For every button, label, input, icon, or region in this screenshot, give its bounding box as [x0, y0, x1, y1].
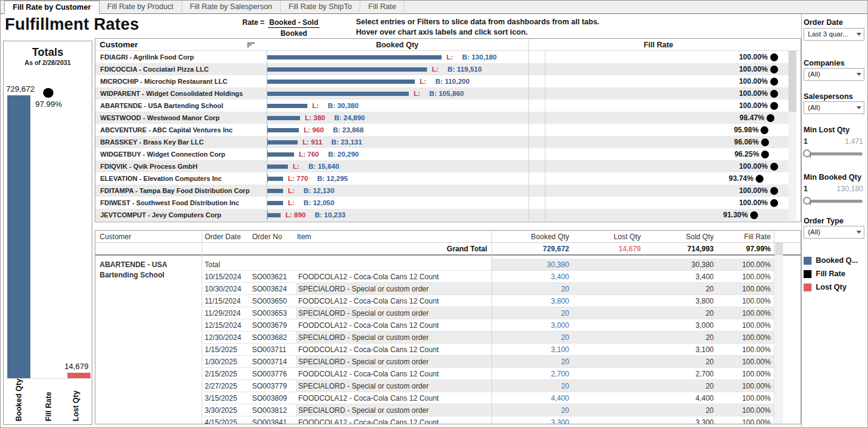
- order-date-dropdown[interactable]: Last 3 quar...: [804, 28, 864, 41]
- booked-bar[interactable]: [267, 213, 281, 217]
- fill-rate-dot[interactable]: [770, 78, 778, 86]
- fill-rate-dot[interactable]: [770, 90, 778, 98]
- customer-row[interactable]: FDIAGRI - Agrilink Food CorpL:B: 130,180…: [95, 51, 790, 63]
- booked-qty-cell: L:B: 105,860: [267, 87, 528, 100]
- customer-label: WIDPARENT - Widget Consolidated Holdings: [95, 87, 267, 100]
- tab-fill-rate-by-customer[interactable]: Fill Rate by Customer: [4, 1, 100, 14]
- grand-total-sold: 714,993: [659, 245, 714, 253]
- sort-icon[interactable]: [247, 42, 255, 48]
- tab-fill-rate-by-product[interactable]: Fill Rate by Product: [100, 1, 182, 14]
- customer-label: FDIQVIK - Qvik Process GmbH: [95, 160, 267, 172]
- booked-bar[interactable]: [267, 55, 442, 59]
- slider-handle[interactable]: [803, 149, 811, 157]
- min-lost-qty-slider[interactable]: [804, 149, 863, 158]
- booked-qty-column-header[interactable]: Booked Qty: [327, 41, 467, 49]
- chart-scrollbar[interactable]: [788, 51, 796, 221]
- min-booked-qty-filter-label: Min Booked Qty: [804, 173, 861, 182]
- booked-bar[interactable]: [267, 165, 288, 169]
- order-type-dropdown[interactable]: (All): [804, 226, 864, 239]
- booked-bar[interactable]: [267, 189, 283, 193]
- tab-fill-rate-by-salesperson[interactable]: Fill Rate by Salesperson: [182, 1, 281, 14]
- booked-bar[interactable]: [267, 152, 294, 157]
- order-row[interactable]: 4/15/2025SO003841FOODCOLA12 - Coca-Cola …: [203, 416, 774, 424]
- fill-rate-dot[interactable]: [756, 175, 764, 183]
- order-row[interactable]: 2/15/2025SO003776FOODCOLA12 - Coca-Cola …: [203, 368, 774, 380]
- companies-dropdown[interactable]: (All): [804, 68, 864, 81]
- booked-bar[interactable]: [267, 177, 283, 181]
- fill-rate-dot[interactable]: [761, 151, 769, 158]
- fill-rate-value: 100.00%: [716, 370, 771, 378]
- order-row[interactable]: 11/29/2024SO003653SPECIALORD - Special o…: [203, 307, 774, 319]
- booked-qty-value: 3,000: [514, 321, 569, 330]
- order-row[interactable]: 2/27/2025SO003779SPECIALORD - Special or…: [203, 380, 774, 392]
- fill-rate-dot[interactable]: [750, 211, 758, 219]
- sold-qty-value: 3,100: [659, 345, 714, 354]
- customer-row[interactable]: WESTWOOD - Westwood Manor CorpL: 380B: 2…: [95, 112, 790, 124]
- booked-bar[interactable]: [267, 140, 298, 144]
- customer-row[interactable]: FDICOCCIA - Cocciatari Pizza LLCL:B: 119…: [95, 63, 790, 75]
- tab-fill-rate-by-shipto[interactable]: Fill Rate by ShipTo: [281, 1, 360, 14]
- order-no: SO003776: [252, 370, 287, 378]
- booked-bar[interactable]: [267, 80, 415, 84]
- slider-handle[interactable]: [803, 197, 811, 205]
- totals-fill-rate-dot[interactable]: [43, 88, 53, 98]
- order-row[interactable]: 11/15/2024SO003650FOODCOLA12 - Coca-Cola…: [203, 295, 774, 307]
- slider-track[interactable]: [804, 200, 863, 203]
- booked-bar[interactable]: [267, 92, 409, 96]
- order-row[interactable]: 10/15/2024SO003621FOODCOLA12 - Coca-Cola…: [203, 271, 774, 283]
- booked-bar[interactable]: [267, 116, 300, 120]
- order-row[interactable]: 1/30/2025SO003714SPECIALORD - Special or…: [203, 356, 774, 368]
- customer-row[interactable]: ABCVENTURE - ABC Capital Ventures IncL: …: [95, 124, 790, 136]
- customer-row[interactable]: MICROCHIP - Microchip Restaurant LLCL:B:…: [95, 75, 790, 87]
- customer-row[interactable]: WIDGETBUY - Widget Connection CorpL: 760…: [95, 148, 790, 160]
- customer-row[interactable]: FDIQVIK - Qvik Process GmbHL:B: 15,64010…: [95, 160, 790, 172]
- fill-rate-dot[interactable]: [770, 102, 778, 110]
- lost-qty-label: L:: [414, 90, 420, 97]
- group-total-row[interactable]: Total30,38030,380100.00%: [203, 259, 774, 271]
- order-row[interactable]: 12/30/2024SO003682SPECIALORD - Special o…: [203, 331, 774, 344]
- booked-bar[interactable]: [267, 67, 427, 72]
- order-row[interactable]: 12/15/2024SO003679FOODCOLA12 - Coca-Cola…: [203, 319, 774, 331]
- totals-booked-bar[interactable]: [7, 95, 30, 378]
- fill-rate-dot[interactable]: [760, 126, 768, 134]
- fill-rate-dot[interactable]: [770, 53, 778, 61]
- fill-rate-dot[interactable]: [770, 187, 778, 195]
- table-scrollbar-thumb[interactable]: [775, 243, 783, 255]
- booked-bar[interactable]: [267, 128, 299, 132]
- fill-rate-cell: 95.98%: [530, 124, 788, 136]
- order-row[interactable]: 3/15/2025SO003809FOODCOLA12 - Coca-Cola …: [203, 392, 774, 404]
- customer-row[interactable]: WIDPARENT - Widget Consolidated Holdings…: [95, 87, 790, 100]
- tab-fill-rate[interactable]: Fill Rate: [360, 1, 405, 14]
- chart-scrollbar-thumb[interactable]: [788, 51, 796, 112]
- order-row[interactable]: 1/15/2025SO003711FOODCOLA12 - Coca-Cola …: [203, 344, 774, 356]
- item-label: FOODCOLA12 - Coca-Cola Cans 12 Count: [298, 273, 439, 281]
- table-scrollbar[interactable]: [775, 243, 783, 423]
- booked-qty-value: 3,100: [514, 345, 569, 354]
- item-label: SPECIALORD - Special or custom order: [298, 358, 429, 366]
- booked-qty-value: 3,800: [514, 297, 569, 305]
- fill-rate-dot[interactable]: [770, 163, 778, 171]
- slider-track[interactable]: [804, 152, 863, 155]
- fill-rate-column-header[interactable]: Fill Rate: [589, 41, 728, 49]
- dashboard-border: [801, 14, 802, 427]
- customer-row[interactable]: FDIWEST - Southwest Food Distribution In…: [95, 197, 790, 209]
- customer-row[interactable]: ABARTENDE - USA Bartending SchoolL:B: 30…: [95, 100, 790, 112]
- order-row[interactable]: 3/30/2025SO003812SPECIALORD - Special or…: [203, 404, 774, 416]
- booked-qty-value: 2,700: [514, 370, 569, 378]
- booked-bar[interactable]: [267, 201, 283, 205]
- booked-bar[interactable]: [267, 104, 307, 108]
- customer-row[interactable]: ELEVATION - Elevation Computers IncL: 77…: [95, 172, 790, 185]
- fill-rate-dot[interactable]: [767, 114, 774, 122]
- customer-row[interactable]: FDITAMPA - Tampa Bay Food Distribution C…: [95, 185, 790, 197]
- fill-rate-dot[interactable]: [761, 138, 769, 146]
- fill-rate-dot[interactable]: [770, 66, 778, 73]
- customer-row[interactable]: BRASSKEY - Brass Key Bar LLCL: 911B: 23,…: [95, 136, 790, 148]
- fill-rate-dot[interactable]: [770, 199, 778, 207]
- customer-column-header[interactable]: Customer: [100, 40, 138, 49]
- min-booked-qty-slider[interactable]: [804, 196, 863, 206]
- customer-row[interactable]: JEVTCOMPUT - Jevy Computers CorpL: 890B:…: [95, 209, 790, 221]
- order-date: 2/27/2025: [205, 382, 237, 390]
- order-row[interactable]: 10/30/2024SO003624SPECIALORD - Special o…: [203, 283, 774, 295]
- min-lost-qty-max: 1,471: [845, 137, 863, 146]
- salespersons-dropdown[interactable]: (All): [804, 101, 864, 114]
